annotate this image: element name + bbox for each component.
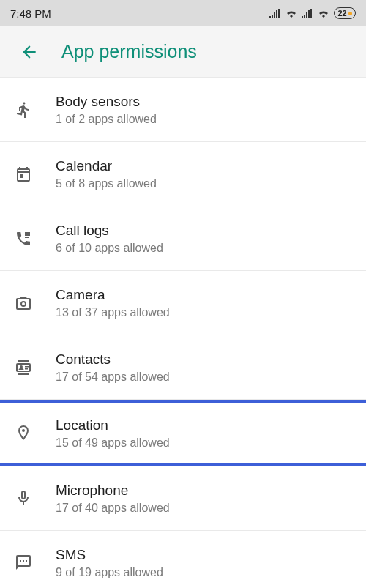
location-icon xyxy=(15,424,56,442)
svg-point-0 xyxy=(291,15,293,18)
row-text: Location 15 of 49 apps allowed xyxy=(56,417,351,450)
svg-point-1 xyxy=(323,15,325,18)
contacts-icon xyxy=(15,359,56,376)
wifi-icon-2 xyxy=(318,9,329,18)
row-title: Contacts xyxy=(56,351,351,369)
status-icons: 22 xyxy=(269,7,356,19)
row-title: SMS xyxy=(56,546,351,565)
sms-icon xyxy=(15,554,56,571)
row-title: Body sensors xyxy=(56,93,351,111)
row-text: Call logs 6 of 10 apps allowed xyxy=(56,222,351,255)
row-text: Microphone 17 of 40 apps allowed xyxy=(56,482,351,515)
permission-row-microphone[interactable]: Microphone 17 of 40 apps allowed xyxy=(0,466,366,531)
permission-row-camera[interactable]: Camera 13 of 37 apps allowed xyxy=(0,271,366,335)
row-subtitle: 9 of 19 apps allowed xyxy=(56,566,351,579)
page-title: App permissions xyxy=(61,41,197,62)
row-title: Location xyxy=(56,417,351,435)
arrow-back-icon xyxy=(20,42,39,62)
row-subtitle: 15 of 49 apps allowed xyxy=(56,436,351,450)
wifi-icon xyxy=(285,9,297,18)
row-text: SMS 9 of 19 apps allowed xyxy=(56,546,351,579)
permission-row-call-logs[interactable]: Call logs 6 of 10 apps allowed xyxy=(0,206,366,271)
signal-icon-2 xyxy=(302,9,313,18)
permission-row-body-sensors[interactable]: Body sensors 1 of 2 apps allowed xyxy=(0,78,366,142)
row-title: Call logs xyxy=(56,222,351,240)
microphone-icon xyxy=(15,489,56,507)
row-subtitle: 5 of 8 apps allowed xyxy=(56,177,351,190)
back-button[interactable] xyxy=(15,37,44,67)
row-text: Calendar 5 of 8 apps allowed xyxy=(56,157,351,190)
permissions-list: Body sensors 1 of 2 apps allowed Calenda… xyxy=(0,78,366,588)
row-title: Camera xyxy=(56,286,351,305)
camera-icon xyxy=(15,294,56,312)
status-time: 7:48 PM xyxy=(10,7,51,20)
battery-dot-icon xyxy=(348,12,352,15)
row-subtitle: 17 of 40 apps allowed xyxy=(56,502,351,515)
permission-row-calendar[interactable]: Calendar 5 of 8 apps allowed xyxy=(0,142,366,206)
app-bar: App permissions xyxy=(0,26,366,78)
row-title: Microphone xyxy=(56,482,351,500)
row-subtitle: 17 of 54 apps allowed xyxy=(56,371,351,384)
battery-indicator: 22 xyxy=(334,7,356,19)
signal-icon xyxy=(269,9,281,18)
row-text: Contacts 17 of 54 apps allowed xyxy=(56,351,351,384)
permission-row-sms[interactable]: SMS 9 of 19 apps allowed xyxy=(0,531,366,588)
battery-level: 22 xyxy=(337,9,346,18)
row-subtitle: 1 of 2 apps allowed xyxy=(56,113,351,126)
call-logs-icon xyxy=(15,230,56,248)
status-bar: 7:48 PM 22 xyxy=(0,0,366,26)
permission-row-contacts[interactable]: Contacts 17 of 54 apps allowed xyxy=(0,335,366,400)
row-subtitle: 13 of 37 apps allowed xyxy=(56,306,351,319)
body-sensors-icon xyxy=(15,101,56,119)
row-text: Body sensors 1 of 2 apps allowed xyxy=(56,93,351,126)
row-subtitle: 6 of 10 apps allowed xyxy=(56,242,351,255)
permission-row-location[interactable]: Location 15 of 49 apps allowed xyxy=(0,400,366,466)
calendar-icon xyxy=(15,165,56,183)
row-title: Calendar xyxy=(56,157,351,176)
row-text: Camera 13 of 37 apps allowed xyxy=(56,286,351,319)
